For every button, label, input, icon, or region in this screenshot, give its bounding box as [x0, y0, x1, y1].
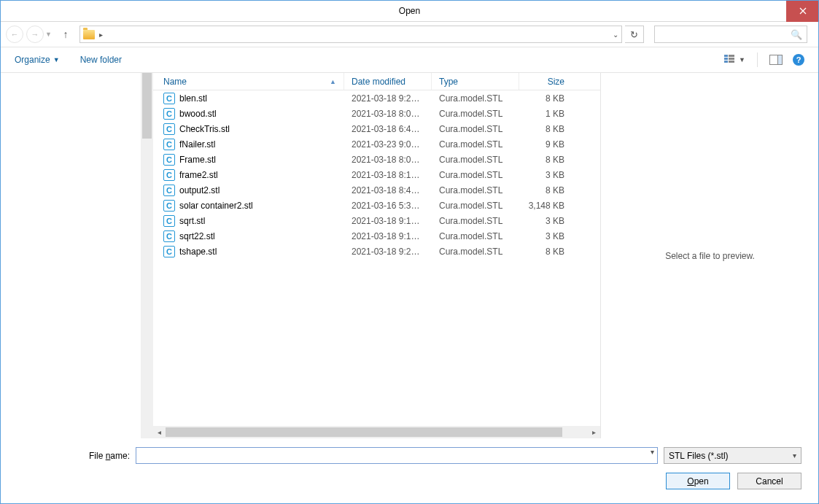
refresh-button[interactable]: ↻ — [625, 26, 644, 43]
file-name-cell: CfNailer.stl — [153, 139, 344, 150]
file-name-cell: CFrame.stl — [153, 154, 344, 166]
open-button[interactable]: Open — [666, 473, 730, 489]
chevron-down-icon: ▼ — [53, 56, 60, 63]
file-type: Cura.model.STL — [432, 155, 519, 165]
file-type: Cura.model.STL — [432, 170, 519, 180]
file-name-cell: Cblen.stl — [153, 93, 344, 104]
file-row[interactable]: CFrame.stl2021-03-18 8:02 PMCura.model.S… — [153, 152, 600, 167]
path-box[interactable]: ▸ ⌄ — [79, 26, 622, 43]
nav-pane[interactable] — [0, 73, 153, 438]
main-area: Name ▲ Date modified Type Size Cblen.stl… — [0, 73, 819, 438]
column-type[interactable]: Type — [432, 73, 519, 90]
file-name-cell: CCheckTris.stl — [153, 123, 344, 135]
file-name-cell: Coutput2.stl — [153, 185, 344, 196]
file-type: Cura.model.STL — [432, 201, 519, 211]
column-name[interactable]: Name ▲ — [153, 73, 344, 90]
chevron-right-icon: ▸ — [99, 31, 103, 39]
back-button[interactable]: ← — [6, 26, 23, 43]
file-type: Cura.model.STL — [432, 231, 519, 241]
file-name: Frame.stl — [179, 155, 216, 165]
file-name-cell: Csolar container2.stl — [153, 200, 344, 212]
file-row[interactable]: Csqrt.stl2021-03-18 9:13 PMCura.model.ST… — [153, 213, 600, 228]
help-button[interactable]: ? — [793, 54, 804, 66]
arrow-up-icon: ↑ — [63, 28, 68, 40]
file-row[interactable]: Coutput2.stl2021-03-18 8:49 PMCura.model… — [153, 182, 600, 198]
filetype-filter[interactable]: STL Files (*.stl) — [664, 447, 801, 464]
file-name: CheckTris.stl — [179, 124, 230, 134]
stl-file-icon: C — [163, 230, 175, 242]
file-size: 1 KB — [519, 109, 576, 119]
filter-label: STL Files (*.stl) — [669, 451, 729, 461]
organize-button[interactable]: Organize ▼ — [15, 55, 60, 65]
file-row[interactable]: CfNailer.stl2021-03-23 9:03 PMCura.model… — [153, 136, 600, 152]
close-button[interactable] — [786, 0, 819, 22]
stl-file-icon: C — [163, 154, 175, 166]
file-row[interactable]: Csqrt22.stl2021-03-18 9:17 PMCura.model.… — [153, 228, 600, 244]
file-row[interactable]: Ctshape.stl2021-03-18 9:20 PMCura.model.… — [153, 244, 600, 259]
separator — [757, 53, 758, 67]
column-date-label: Date modified — [352, 77, 405, 87]
file-name: blen.stl — [179, 93, 207, 104]
scrollbar-thumb[interactable] — [142, 73, 152, 139]
hscroll-thumb[interactable] — [166, 427, 562, 437]
file-size: 3,148 KB — [519, 201, 576, 211]
file-row[interactable]: Cblen.stl2021-03-18 9:24 PMCura.model.ST… — [153, 90, 600, 106]
filename-row: File name: STL Files (*.stl) — [18, 447, 801, 464]
view-mode-button[interactable]: ▼ — [724, 55, 745, 65]
file-name: fNailer.stl — [179, 139, 215, 150]
chevron-down-icon: ▼ — [739, 56, 745, 63]
file-date: 2021-03-18 6:40 PM — [344, 124, 432, 134]
column-date[interactable]: Date modified — [344, 73, 432, 90]
file-size: 3 KB — [519, 170, 576, 180]
hscrollbar[interactable]: ◂ ▸ — [153, 426, 600, 438]
file-type: Cura.model.STL — [432, 109, 519, 119]
recent-dropdown[interactable]: ▼ — [45, 31, 52, 38]
file-date: 2021-03-18 8:19 PM — [344, 170, 432, 180]
file-name-cell: Ctshape.stl — [153, 246, 344, 257]
file-date: 2021-03-18 8:49 PM — [344, 185, 432, 195]
column-name-label: Name — [163, 77, 187, 87]
new-folder-button[interactable]: New folder — [80, 55, 122, 65]
details-view-icon — [724, 55, 736, 65]
filename-input[interactable] — [136, 447, 658, 464]
file-row[interactable]: Cframe2.stl2021-03-18 8:19 PMCura.model.… — [153, 167, 600, 182]
file-row[interactable]: CCheckTris.stl2021-03-18 6:40 PMCura.mod… — [153, 121, 600, 136]
file-row[interactable]: Cbwood.stl2021-03-18 8:04 PMCura.model.S… — [153, 106, 600, 121]
file-name: output2.stl — [179, 185, 220, 195]
file-date: 2021-03-18 8:04 PM — [344, 109, 432, 119]
stl-file-icon: C — [163, 123, 175, 135]
stl-file-icon: C — [163, 93, 175, 104]
scroll-left-icon[interactable]: ◂ — [153, 426, 166, 438]
search-icon: 🔍 — [791, 29, 802, 40]
file-size: 8 KB — [519, 155, 576, 165]
new-folder-label: New folder — [80, 55, 122, 65]
column-type-label: Type — [439, 77, 458, 87]
open-label: Open — [687, 476, 708, 486]
file-name: solar container2.stl — [179, 201, 253, 211]
file-date: 2021-03-18 9:20 PM — [344, 247, 432, 257]
scroll-right-icon[interactable]: ▸ — [588, 426, 600, 438]
navbar: ← → ▼ ↑ ▸ ⌄ ↻ 🔍 — [0, 22, 819, 47]
preview-placeholder: Select a file to preview. — [665, 251, 755, 261]
file-row[interactable]: Csolar container2.stl2021-03-16 5:32 PMC… — [153, 198, 600, 213]
hscroll-track[interactable] — [166, 426, 588, 438]
file-size: 8 KB — [519, 247, 576, 257]
search-input[interactable]: 🔍 — [654, 26, 807, 43]
path-dropdown-icon[interactable]: ⌄ — [613, 31, 618, 39]
forward-button[interactable]: → — [26, 26, 44, 43]
navpane-scrollbar[interactable] — [141, 73, 153, 438]
file-name-cell: Cframe2.stl — [153, 169, 344, 181]
file-type: Cura.model.STL — [432, 247, 519, 257]
cancel-label: Cancel — [756, 476, 783, 486]
cancel-button[interactable]: Cancel — [737, 473, 801, 489]
window-title: Open — [399, 6, 420, 16]
preview-pane-button[interactable] — [769, 55, 783, 65]
refresh-icon: ↻ — [630, 29, 638, 40]
file-date: 2021-03-18 8:02 PM — [344, 155, 432, 165]
up-button[interactable]: ↑ — [59, 28, 72, 41]
file-name: frame2.stl — [179, 170, 218, 180]
button-row: Open Cancel — [18, 473, 801, 489]
sort-asc-icon: ▲ — [330, 78, 336, 85]
column-size[interactable]: Size — [519, 73, 576, 90]
arrow-right-icon: → — [31, 30, 39, 39]
